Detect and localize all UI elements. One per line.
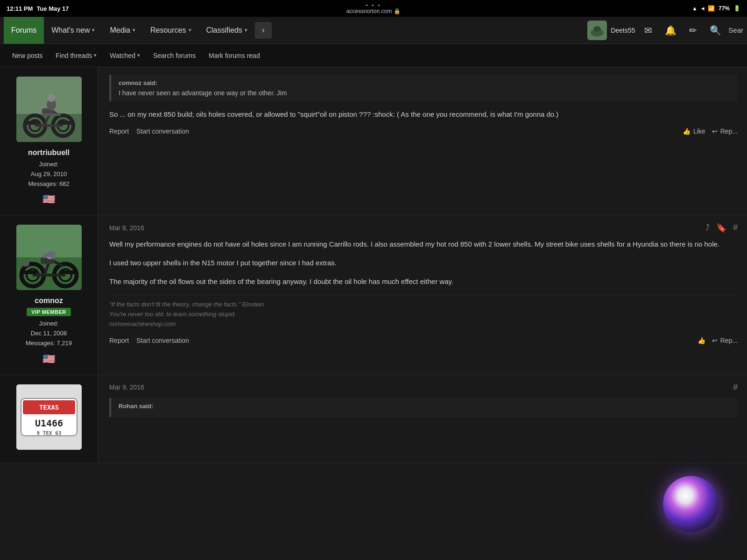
- post-text-comnoz-p2: I used two upper shells in the N15 motor…: [109, 257, 738, 269]
- post-actions-top-comnoz: ⤴ 🔖 #: [705, 223, 738, 233]
- search-label: Sear: [728, 26, 743, 34]
- sig-line-1: "If the facts don't fit the theory, chan…: [109, 301, 264, 308]
- messages-icon[interactable]: ✉: [639, 21, 657, 40]
- battery: 77%: [719, 5, 730, 12]
- user-meta-nortriubuell: Joined: Aug 29, 2010 Messages: 682: [28, 160, 69, 189]
- nav-username[interactable]: Deets55: [611, 27, 635, 34]
- avatar-image: [587, 21, 607, 40]
- whats-new-chevron: ▾: [92, 27, 95, 33]
- avatar-comnoz: [16, 225, 82, 290]
- resources-chevron: ▾: [189, 27, 191, 33]
- find-threads-label: Find threads: [56, 52, 92, 59]
- location-icon: ◂: [701, 5, 704, 12]
- sub-nav-new-posts[interactable]: New posts: [6, 44, 49, 67]
- nav-item-media[interactable]: Media ▾: [102, 17, 143, 44]
- nav-item-classifieds[interactable]: Classifieds ▾: [199, 17, 255, 44]
- post-footer-left-nortriubuell: Report Start conversation: [109, 128, 189, 135]
- search-icon[interactable]: 🔍: [706, 21, 725, 40]
- sig-line-2: You're never too old, to learn something…: [109, 311, 236, 318]
- svg-point-2: [593, 26, 601, 32]
- status-bar-right: ▲ ◂ 📶 77% 🔋: [692, 5, 740, 12]
- share-icon-comnoz[interactable]: ⤴: [705, 223, 710, 233]
- svg-text:U1466: U1466: [35, 418, 63, 429]
- nav-classifieds-label: Classifieds: [206, 26, 242, 35]
- mark-forums-read-label: Mark forums read: [209, 52, 260, 59]
- status-bar: 12:11 PM Tue May 17 • • • accessnorton.c…: [0, 0, 747, 17]
- browser-dots: • • •: [366, 2, 381, 8]
- search-forums-label: Search forums: [153, 52, 196, 59]
- reply-icon: ↩: [712, 128, 718, 135]
- nav-whats-new-label: What's new: [51, 26, 90, 35]
- post-sidebar-third: TEXAS U1466 9 TEX 63: [0, 375, 98, 463]
- report-link-nortriubuell[interactable]: Report: [109, 128, 129, 135]
- post-body-nortriubuell: comnoz said: I have never seen an advant…: [98, 67, 747, 215]
- post-header-third: Mar 9, 2016 #: [109, 383, 738, 392]
- svg-text:9 TEX 63: 9 TEX 63: [36, 430, 61, 436]
- nav-item-whats-new[interactable]: What's new ▾: [44, 17, 102, 44]
- flag-comnoz: 🇺🇸: [42, 353, 55, 365]
- nav-forums-label: Forums: [11, 26, 36, 35]
- sub-nav-find-threads[interactable]: Find threads ▾: [49, 44, 103, 67]
- sub-nav-watched[interactable]: Watched ▾: [103, 44, 147, 67]
- url-bar[interactable]: accessnorton.com 🔒: [346, 8, 401, 14]
- start-conversation-link-nortriubuell[interactable]: Start conversation: [136, 128, 189, 135]
- svg-rect-16: [58, 121, 72, 125]
- sub-nav-mark-forums-read[interactable]: Mark forums read: [202, 44, 267, 67]
- reply-button-nortriubuell[interactable]: ↩ Rep...: [712, 128, 738, 135]
- avatar-nortriubuell: [16, 77, 82, 142]
- time: 12:11 PM: [7, 5, 33, 12]
- svg-rect-17: [42, 113, 61, 116]
- flag-nortriubuell: 🇺🇸: [42, 193, 55, 206]
- post-footer-nortriubuell: Report Start conversation 👍 Like ↩ Rep..…: [109, 128, 738, 135]
- wifi-icon: 📶: [708, 5, 715, 12]
- nav-more-button[interactable]: ›: [255, 22, 272, 39]
- more-icon-third[interactable]: #: [733, 383, 738, 392]
- svg-point-28: [22, 261, 29, 267]
- report-link-comnoz[interactable]: Report: [109, 337, 129, 344]
- reply-button-comnoz[interactable]: ↩ Rep...: [712, 337, 738, 344]
- classifieds-chevron: ▾: [245, 27, 247, 33]
- date: Tue May 17: [36, 5, 69, 12]
- post-footer-left-comnoz: Report Start conversation: [109, 337, 189, 344]
- watched-chevron: ▾: [137, 52, 140, 58]
- username-comnoz: comnoz: [35, 297, 63, 305]
- user-avatar-nav[interactable]: [587, 21, 607, 40]
- post-sidebar-nortriubuell: nortriubuell Joined: Aug 29, 2010 Messag…: [0, 67, 98, 215]
- svg-rect-15: [26, 121, 40, 125]
- lock-icon: 🔒: [394, 8, 401, 14]
- start-conversation-link-comnoz[interactable]: Start conversation: [136, 337, 189, 344]
- status-bar-left: 12:11 PM Tue May 17: [7, 5, 69, 12]
- more-icon-comnoz[interactable]: #: [733, 223, 738, 233]
- avatar-third: TEXAS U1466 9 TEX 63: [16, 384, 82, 450]
- find-threads-chevron: ▾: [94, 52, 97, 58]
- post-header-comnoz: Mar 8, 2016 ⤴ 🔖 #: [109, 223, 738, 233]
- post-text-nortriubuell: So ... on my next 850 build; oils holes …: [109, 109, 738, 120]
- sub-nav-search-forums[interactable]: Search forums: [147, 44, 202, 67]
- alerts-icon[interactable]: 🔔: [661, 21, 680, 40]
- nav-item-forums[interactable]: Forums: [4, 17, 44, 44]
- main-nav: Forums What's new ▾ Media ▾ Resources ▾ …: [0, 17, 747, 44]
- post-text-comnoz-p1: Well my performance engines do not have …: [109, 239, 738, 250]
- sig-line-3: nortonmachineshop.com: [109, 320, 176, 327]
- media-chevron: ▾: [133, 27, 135, 33]
- battery-icon: 🔋: [733, 5, 740, 12]
- nav-right: Deets55 ✉ 🔔 ✏ 🔍 Sear: [587, 21, 743, 40]
- post-date-third: Mar 9, 2016: [109, 383, 144, 391]
- edit-icon[interactable]: ✏: [684, 21, 702, 40]
- post-nortriubuell: nortriubuell Joined: Aug 29, 2010 Messag…: [0, 67, 747, 215]
- like-button-comnoz[interactable]: 👍: [698, 337, 705, 344]
- post-footer-comnoz: Report Start conversation 👍 ↩ Rep...: [109, 337, 738, 344]
- svg-text:TEXAS: TEXAS: [39, 404, 58, 411]
- like-button-nortriubuell[interactable]: 👍 Like: [683, 128, 705, 135]
- like-icon: 👍: [683, 128, 691, 135]
- quote-text-nortriubuell: I have never seen an advantage one way o…: [119, 89, 730, 97]
- post-footer-right-comnoz: 👍 ↩ Rep...: [698, 337, 738, 344]
- post-actions-top-third: #: [733, 383, 738, 392]
- post-text-comnoz-p3: The majority of the oil flows out the si…: [109, 276, 738, 287]
- quote-author-nortriubuell: comnoz said:: [119, 79, 730, 86]
- bookmark-icon-comnoz[interactable]: 🔖: [716, 223, 726, 233]
- like-icon-comnoz: 👍: [698, 337, 705, 344]
- nav-item-resources[interactable]: Resources ▾: [143, 17, 198, 44]
- quote-author-third: Rohan said:: [119, 403, 730, 410]
- username-nortriubuell: nortriubuell: [28, 149, 70, 157]
